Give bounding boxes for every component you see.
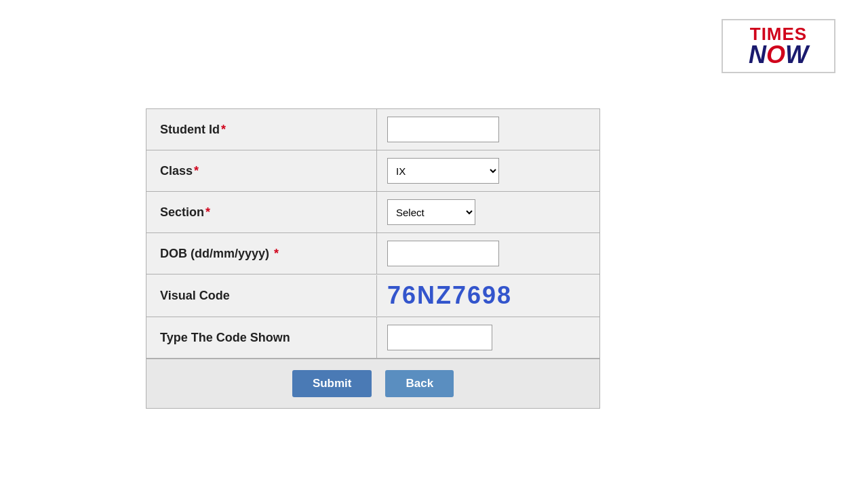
type-code-input-cell	[377, 317, 599, 358]
back-button[interactable]: Back	[385, 370, 454, 397]
student-id-input-cell	[377, 109, 599, 150]
visual-code-display-cell: 76NZ7698	[377, 274, 599, 317]
section-row: Section* Select A B C D	[146, 192, 599, 233]
class-row: Class* IX X XI XII	[146, 150, 599, 192]
logo-content: TIMES N O W	[749, 25, 808, 67]
type-code-label: Type The Code Shown	[146, 317, 377, 358]
visual-code-value: 76NZ7698	[387, 281, 512, 310]
section-label: Section*	[146, 192, 377, 232]
logo-now-n: N	[749, 43, 766, 67]
type-code-input[interactable]	[387, 325, 492, 350]
student-id-input[interactable]	[387, 117, 499, 142]
class-select[interactable]: IX X XI XII	[387, 158, 499, 184]
type-code-row: Type The Code Shown	[146, 317, 599, 359]
dob-input-cell	[377, 233, 599, 274]
submit-button[interactable]: Submit	[292, 370, 372, 397]
dob-label: DOB (dd/mm/yyyy) *	[146, 233, 377, 274]
visual-code-label: Visual Code	[146, 275, 377, 316]
dob-row: DOB (dd/mm/yyyy) *	[146, 233, 599, 274]
times-now-logo: TIMES N O W	[722, 19, 835, 73]
class-label: Class*	[146, 150, 377, 191]
student-id-row: Student Id*	[146, 109, 599, 150]
section-select[interactable]: Select A B C D	[387, 199, 475, 225]
logo-now-o: O	[766, 43, 785, 67]
class-input-cell: IX X XI XII	[377, 150, 599, 191]
logo-now-w: W	[785, 43, 808, 67]
registration-form: Student Id* Class* IX X XI XII Section* …	[146, 108, 600, 409]
dob-input[interactable]	[387, 241, 499, 266]
visual-code-row: Visual Code 76NZ7698	[146, 274, 599, 317]
form-button-row: Submit Back	[146, 359, 599, 408]
student-id-label: Student Id*	[146, 109, 377, 150]
section-input-cell: Select A B C D	[377, 192, 599, 232]
